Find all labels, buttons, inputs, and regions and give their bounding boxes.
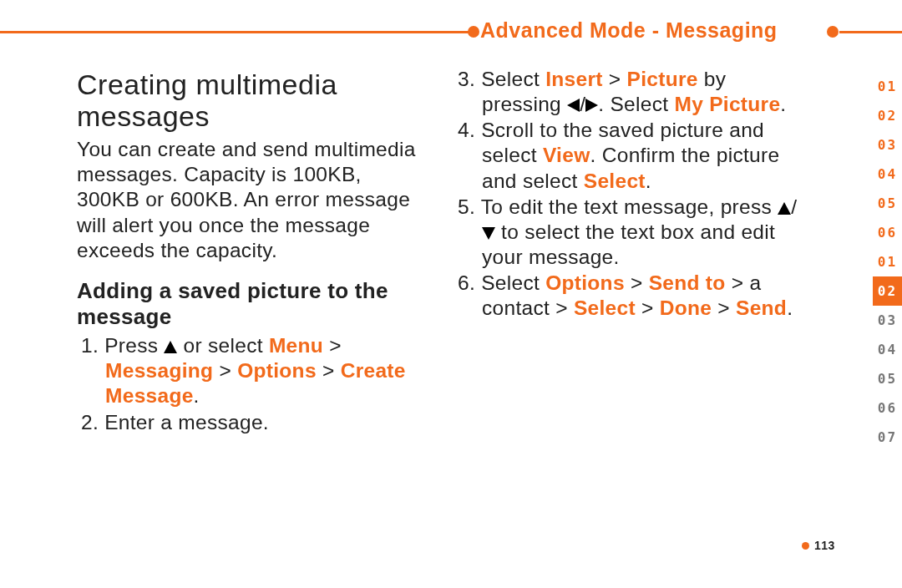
sep: > — [317, 359, 341, 382]
tab-05b[interactable]: 05 — [873, 364, 902, 393]
step-2: 2. Enter a message. — [77, 410, 428, 435]
step-number: 2. — [81, 411, 99, 433]
sep: > — [213, 359, 237, 382]
tab-07b[interactable]: 07 — [873, 423, 902, 452]
messaging-label: Messaging — [105, 359, 213, 382]
my-picture-label: My Picture — [674, 93, 780, 115]
page-number-dot — [802, 542, 809, 550]
text: . — [787, 297, 793, 319]
text: . — [780, 93, 786, 115]
sendto-label: Send to — [649, 271, 726, 294]
menu-label: Menu — [269, 334, 323, 357]
tab-02[interactable]: 02 — [873, 101, 902, 130]
step-5: 5. To edit the text message, press / to … — [454, 195, 804, 270]
tab-01[interactable]: 01 — [873, 72, 902, 101]
step-number: 6. — [458, 271, 475, 294]
step-number: 3. — [458, 68, 475, 90]
sep: > — [712, 297, 736, 319]
text: . — [646, 170, 651, 192]
left-arrow-icon — [567, 99, 580, 112]
page-number: 113 — [814, 539, 835, 552]
text: Enter a message. — [104, 411, 269, 433]
up-arrow-icon — [164, 341, 177, 353]
sep: > — [603, 68, 627, 90]
text: To edit the text message, press — [481, 195, 778, 218]
send-label: Send — [736, 297, 787, 319]
tab-03b[interactable]: 03 — [873, 306, 902, 335]
right-column: 3. Select Insert > Picture by pressing /… — [454, 67, 804, 322]
header-dot-left — [468, 26, 479, 38]
side-tabs: 01 02 03 04 05 06 01 02 03 04 05 06 07 — [873, 72, 902, 452]
step-number: 4. — [458, 119, 475, 141]
left-column: Creating multimedia messages You can cre… — [77, 68, 428, 436]
intro-paragraph: You can create and send multimedia messa… — [77, 137, 428, 263]
step-1: 1. Press or select Menu > Messaging > Op… — [77, 333, 428, 408]
text: Press — [104, 334, 164, 357]
text: . Select — [598, 93, 674, 115]
subsection-heading: Adding a saved picture to the message — [77, 278, 428, 330]
tab-03[interactable]: 03 — [873, 130, 902, 160]
right-arrow-icon — [585, 99, 598, 112]
tab-04b[interactable]: 04 — [873, 335, 902, 364]
step-3: 3. Select Insert > Picture by pressing /… — [454, 67, 804, 117]
header-dot-right — [827, 26, 839, 38]
tab-02b-active[interactable]: 02 — [873, 276, 902, 306]
header-rule-right — [839, 31, 902, 33]
tab-05[interactable]: 05 — [873, 189, 902, 218]
header-rule-left — [0, 31, 472, 33]
select-label: Select — [584, 170, 646, 192]
sep: > — [625, 271, 649, 294]
step-number: 5. — [458, 195, 475, 218]
options-label: Options — [237, 359, 317, 382]
insert-label: Insert — [545, 68, 603, 90]
tab-04[interactable]: 04 — [873, 160, 902, 189]
options-label: Options — [545, 271, 625, 294]
down-arrow-icon — [482, 227, 495, 240]
view-label: View — [543, 144, 590, 166]
text: Select — [481, 271, 545, 294]
text: Select — [481, 68, 545, 90]
select-label: Select — [574, 297, 636, 319]
sep: > — [323, 334, 342, 357]
text: or select — [177, 334, 269, 357]
section-heading: Creating multimedia messages — [77, 68, 428, 132]
text: to select the text box and edit your mes… — [482, 220, 775, 268]
tab-06[interactable]: 06 — [873, 218, 902, 247]
tab-01b[interactable]: 01 — [873, 247, 902, 276]
done-label: Done — [660, 297, 712, 319]
step-6: 6. Select Options > Send to > a contact … — [454, 271, 804, 321]
sep: > — [636, 297, 660, 319]
text: . — [194, 384, 200, 407]
step-number: 1. — [81, 334, 99, 357]
picture-label: Picture — [627, 68, 698, 90]
step-4: 4. Scroll to the saved picture and selec… — [454, 118, 804, 193]
up-arrow-icon — [778, 202, 791, 215]
tab-06b[interactable]: 06 — [873, 393, 902, 423]
header-title: Advanced Mode - Messaging — [480, 18, 778, 43]
